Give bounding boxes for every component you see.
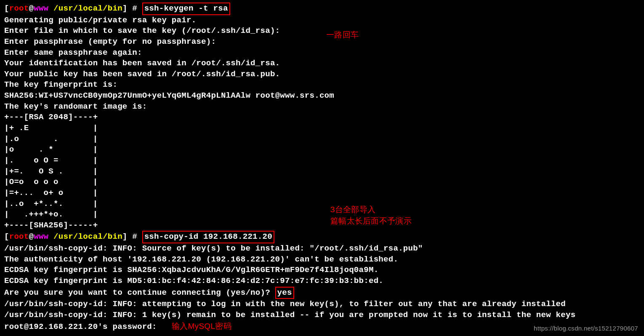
terminal-line: Generating public/private rsa key pair. [4,15,640,26]
randomart-line: |o . * | [4,144,640,155]
terminal-line-prompt2: [root@www /usr/local/bin] # ssh-copy-id … [4,231,640,243]
terminal-line: The authenticity of host '192.168.221.20… [4,254,640,265]
randomart-line: +----[SHA256]-----+ [4,220,640,231]
terminal-line: Are you sure you want to continue connec… [4,287,640,299]
terminal-line: /usr/bin/ssh-copy-id: INFO: Source of ke… [4,243,640,254]
randomart-line: |.o . | [4,134,640,145]
terminal-line: ECDSA key fingerprint is MD5:01:bc:f4:42… [4,276,640,287]
randomart-line: | .+++*+o. | [4,209,640,220]
command-ssh-copy-id[interactable]: ssh-copy-id 192.168.221.20 [142,231,274,243]
annotation-enter: 一路回车 [326,29,359,40]
randomart-line: |+ .E | [4,123,640,134]
terminal-line: /usr/bin/ssh-copy-id: INFO: attempting t… [4,299,640,310]
terminal-line: The key fingerprint is: [4,80,640,91]
randomart-line: |=+... o+ o | [4,188,640,199]
annotation-length: 篇幅太长后面不予演示 [330,216,412,227]
terminal-line: Enter passphrase (empty for no passphras… [4,37,640,48]
annotation-import: 3台全部导入 [330,204,375,215]
terminal-line: Enter file in which to save the key (/ro… [4,26,640,37]
terminal-line: /usr/bin/ssh-copy-id: INFO: 1 key(s) rem… [4,310,640,321]
terminal-line: Enter same passphrase again: [4,48,640,59]
randomart-line: |. o O = | [4,155,640,166]
input-yes[interactable]: yes [275,287,294,299]
randomart-line: +---[RSA 2048]----+ [4,112,640,123]
terminal-line: SHA256:WI+US7vncCB0ymOp27UnmO+yeLYqGML4g… [4,91,640,101]
watermark: https://blog.csdn.net/s15212790607 [534,324,638,333]
randomart-line: |O=o o o o | [4,177,640,188]
terminal-line: The key's randomart image is: [4,101,640,112]
randomart-line: |..o +*..*. | [4,199,640,210]
annotation-password: 输入MySQL密码 [172,322,232,331]
command-ssh-keygen[interactable]: ssh-keygen -t rsa [142,3,230,15]
terminal-line-prompt1: [root@www /usr/local/bin] # ssh-keygen -… [4,3,640,15]
randomart-line: |+=. O S . | [4,166,640,177]
terminal-line: Your public key has been saved in /root/… [4,69,640,80]
terminal-line: Your identification has been saved in /r… [4,58,640,69]
terminal-line: ECDSA key fingerprint is SHA256:XqbaJcdv… [4,265,640,276]
